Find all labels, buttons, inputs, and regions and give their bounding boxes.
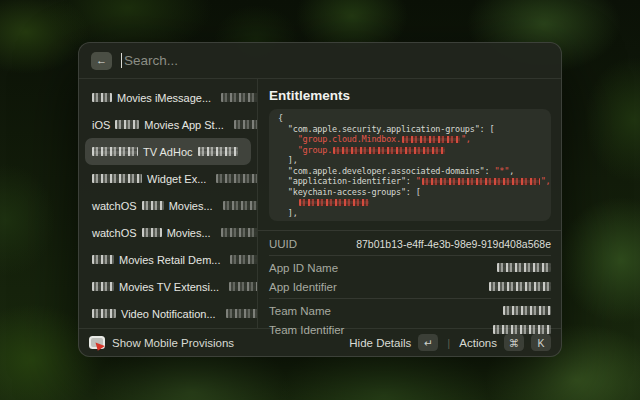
action-bar: Show Mobile Provisions Hide Details ↵ | … <box>79 328 561 356</box>
redacted-text <box>402 136 460 143</box>
redacted-text <box>92 282 114 291</box>
list-item[interactable]: Movies Retail Dem... <box>85 246 251 273</box>
search-input[interactable]: Search... <box>124 53 178 68</box>
cmd-key-badge[interactable]: ⌘ <box>504 334 524 351</box>
list-item[interactable]: Widget Ex... <box>85 165 251 192</box>
code-line <box>278 197 542 208</box>
text-segment: "keychain-access-groups": [ <box>278 187 421 197</box>
text-segment: "com.apple.security.application-groups":… <box>278 124 494 134</box>
redacted-text <box>489 282 551 291</box>
text-segment: ], <box>278 155 298 165</box>
text-caret <box>121 53 122 68</box>
text-segment: Movies iMessage... <box>117 92 211 104</box>
hide-details-button[interactable]: Hide Details <box>349 337 411 349</box>
back-arrow-icon: ← <box>96 52 107 69</box>
text-segment <box>278 145 298 155</box>
redacted-text <box>142 201 164 210</box>
redacted-text <box>229 282 258 291</box>
entitlements-title: Entitlements <box>269 88 551 103</box>
text-segment <box>278 197 298 207</box>
metadata-label: App ID Name <box>269 262 338 274</box>
list-item[interactable]: Movies iMessage... <box>85 84 251 111</box>
redacted-text <box>223 201 258 210</box>
mobile-provision-icon <box>89 336 105 349</box>
redacted-text <box>333 147 445 154</box>
redacted-text <box>115 120 139 129</box>
redacted-text <box>422 178 540 185</box>
metadata-row: App ID Name <box>269 258 551 277</box>
text-segment: Widget Ex... <box>147 173 206 185</box>
list-item[interactable]: watchOSMovies... <box>85 192 251 219</box>
text-segment: "application-identifier": <box>278 176 416 186</box>
text-segment: "*" <box>494 166 509 176</box>
text-segment: Movies App St... <box>144 119 223 131</box>
metadata-label: UUID <box>269 238 297 250</box>
text-segment <box>278 134 298 144</box>
code-line: "group. <box>278 145 542 156</box>
actions-button[interactable]: Actions <box>459 337 497 349</box>
redacted-text <box>221 93 258 102</box>
redacted-text <box>299 199 369 206</box>
k-key-badge[interactable]: K <box>531 334 551 351</box>
metadata-label: App Identifier <box>269 281 337 293</box>
list-item[interactable]: Video Notification... <box>85 300 251 327</box>
text-segment: iOS <box>92 119 110 131</box>
text-segment: watchOS <box>92 227 137 239</box>
redacted-text <box>230 255 258 264</box>
code-line: "group.cloud.Mindbox.", <box>278 134 542 145</box>
text-segment: ], <box>278 208 298 218</box>
text-segment: "group. <box>298 145 332 155</box>
redacted-text <box>142 228 162 237</box>
code-line: "application-identifier": "", <box>278 176 542 187</box>
text-segment: ", <box>541 176 551 186</box>
content-area: Movies iMessage...iOSMovies App St...TV … <box>79 79 561 328</box>
code-line: ], <box>278 208 542 219</box>
enter-key-badge[interactable]: ↵ <box>418 334 438 351</box>
redacted-text <box>216 174 258 183</box>
text-segment: Movies Retail Dem... <box>119 254 220 266</box>
redacted-text <box>92 309 116 318</box>
text-segment: "com.apple.developer.associated-domains"… <box>278 166 494 176</box>
results-list: Movies iMessage...iOSMovies App St...TV … <box>79 79 258 328</box>
text-segment: { <box>278 113 283 123</box>
launcher-window: ← Search... Movies iMessage...iOSMovies … <box>78 42 562 357</box>
footer-command-label: Show Mobile Provisions <box>112 337 234 349</box>
list-item[interactable]: watchOSMovies... <box>85 219 251 246</box>
text-segment: " <box>416 176 421 186</box>
list-item[interactable]: Movies TV Extensi... <box>85 273 251 300</box>
code-line: "keychain-access-groups": [ <box>278 187 542 198</box>
redacted-text <box>92 147 138 156</box>
text-segment: TV AdHoc <box>143 146 193 158</box>
metadata-table: UUID87b01b13-e4ff-4e3b-98e9-919d408a568e… <box>258 230 561 339</box>
metadata-row: Team Name <box>269 301 551 320</box>
detail-pane: Entitlements { "com.apple.security.appli… <box>258 79 561 328</box>
redacted-text <box>234 120 258 129</box>
code-line: ], <box>278 155 542 166</box>
metadata-row: UUID87b01b13-e4ff-4e3b-98e9-919d408a568e <box>269 234 551 253</box>
wallpaper-forest: ← Search... Movies iMessage...iOSMovies … <box>0 0 640 400</box>
list-item[interactable]: TV AdHoc <box>85 138 251 165</box>
text-segment: , <box>509 166 514 176</box>
redacted-text <box>497 263 551 272</box>
metadata-label: Team Name <box>269 305 331 317</box>
text-segment: Movies... <box>169 200 213 212</box>
metadata-divider <box>269 255 551 256</box>
metadata-row: App Identifier <box>269 277 551 296</box>
footer-separator: | <box>447 337 450 349</box>
redacted-text <box>92 174 142 183</box>
metadata-divider <box>269 298 551 299</box>
text-segment: Movies... <box>167 227 211 239</box>
redacted-text <box>92 93 112 102</box>
redacted-text <box>92 255 114 264</box>
redacted-text <box>198 147 238 156</box>
metadata-value: 87b01b13-e4ff-4e3b-98e9-919d408a568e <box>356 238 551 250</box>
list-item[interactable]: iOSMovies App St... <box>85 111 251 138</box>
code-line: "com.apple.developer.associated-domains"… <box>278 166 542 177</box>
back-button[interactable]: ← <box>91 52 112 70</box>
redacted-text <box>226 309 258 318</box>
redacted-text <box>503 306 551 315</box>
text-segment: ", <box>461 134 471 144</box>
redacted-text <box>221 228 258 237</box>
search-bar: ← Search... <box>79 43 561 79</box>
text-segment: watchOS <box>92 200 137 212</box>
